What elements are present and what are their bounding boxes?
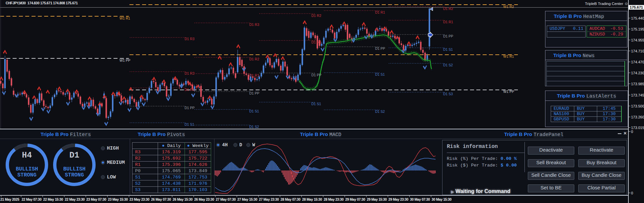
svg-text:D1 S1: D1 S1 bbox=[185, 122, 194, 126]
svg-text:D1 R1: D1 R1 bbox=[185, 88, 195, 92]
svg-text:D1 R1: D1 R1 bbox=[375, 10, 385, 14]
svg-text:D1 S2: D1 S2 bbox=[443, 63, 453, 67]
svg-text:D1 S3: D1 S3 bbox=[443, 92, 453, 96]
svg-text:D1 S1: D1 S1 bbox=[311, 102, 321, 106]
svg-text:D1 PP: D1 PP bbox=[249, 91, 259, 95]
svg-text:W1 R2: W1 R2 bbox=[503, 5, 514, 9]
svg-text:D1 S1: D1 S1 bbox=[249, 109, 259, 113]
svg-text:D1 S1: D1 S1 bbox=[375, 72, 385, 76]
svg-text:D1 R1: D1 R1 bbox=[443, 20, 453, 24]
svg-text:D1 PP: D1 PP bbox=[185, 106, 195, 110]
svg-text:D1 PP: D1 PP bbox=[375, 46, 385, 50]
svg-text:D1 S2: D1 S2 bbox=[375, 109, 385, 113]
svg-text:D1 R2: D1 R2 bbox=[249, 57, 259, 61]
svg-text:D1 R3: D1 R3 bbox=[185, 37, 195, 41]
svg-text:D1 PP: D1 PP bbox=[311, 73, 321, 77]
svg-text:D1 PP: D1 PP bbox=[443, 34, 453, 38]
svg-text:D1 R1: D1 R1 bbox=[249, 73, 259, 77]
svg-text:D1 R1: D1 R1 bbox=[311, 40, 321, 44]
svg-text:W1 PP: W1 PP bbox=[120, 58, 130, 62]
svg-text:D1 S1: D1 S1 bbox=[443, 47, 453, 51]
svg-text:W1 PP: W1 PP bbox=[503, 90, 514, 94]
svg-text:D1 R2: D1 R2 bbox=[311, 14, 321, 18]
svg-text:W1 R1: W1 R1 bbox=[503, 54, 514, 58]
svg-text:W1 R1: W1 R1 bbox=[120, 16, 130, 20]
svg-text:D1 R2: D1 R2 bbox=[443, 7, 453, 11]
svg-text:D1 R3: D1 R3 bbox=[249, 23, 259, 27]
svg-text:D1 R2: D1 R2 bbox=[185, 71, 195, 75]
svg-text:D1 S2: D1 S2 bbox=[249, 125, 259, 129]
